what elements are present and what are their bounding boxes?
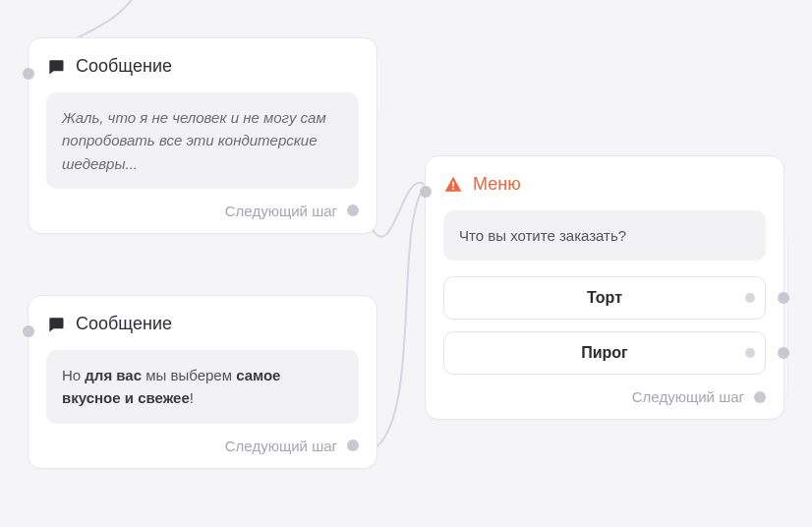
message-card-1[interactable]: Сообщение Жаль, что я не человек и не мо… <box>28 37 377 234</box>
next-step-label: Следующий шаг <box>632 388 744 405</box>
option-output-port[interactable] <box>778 347 789 359</box>
option-label: Пирог <box>581 344 628 361</box>
next-step-row[interactable]: Следующий шаг <box>46 203 359 219</box>
menu-card[interactable]: Меню Что вы хотите заказать? Торт Пирог … <box>425 155 784 420</box>
input-port[interactable] <box>420 186 432 198</box>
output-port[interactable] <box>347 439 359 451</box>
menu-options: Торт Пирог <box>443 276 766 375</box>
message-body: Но для вас мы выберем самое вкусное и св… <box>46 350 359 424</box>
option-label: Торт <box>587 289 622 306</box>
input-port[interactable] <box>23 325 34 337</box>
input-port[interactable] <box>23 68 34 80</box>
card-title: Сообщение <box>76 314 172 334</box>
menu-prompt: Что вы хотите заказать? <box>443 210 766 261</box>
svg-rect-0 <box>452 181 454 186</box>
next-step-label: Следующий шаг <box>225 203 337 219</box>
message-card-2[interactable]: Сообщение Но для вас мы выберем самое вк… <box>28 295 377 469</box>
menu-option-row: Пирог <box>443 331 766 375</box>
menu-option-pie[interactable]: Пирог <box>443 331 766 375</box>
card-header: Меню <box>443 174 766 195</box>
card-title: Меню <box>473 174 521 195</box>
text-fragment: мы выберем <box>142 367 236 383</box>
card-header: Сообщение <box>46 56 359 77</box>
menu-option-cake[interactable]: Торт <box>443 276 766 320</box>
menu-option-row: Торт <box>443 276 766 320</box>
svg-rect-1 <box>452 187 454 189</box>
output-port[interactable] <box>754 391 766 403</box>
card-header: Сообщение <box>46 314 359 334</box>
option-output-port[interactable] <box>778 292 789 304</box>
next-step-row[interactable]: Следующий шаг <box>443 388 766 405</box>
card-title: Сообщение <box>76 56 172 77</box>
output-port[interactable] <box>347 205 359 216</box>
option-inner-port[interactable] <box>745 348 755 358</box>
next-step-label: Следующий шаг <box>225 438 337 454</box>
message-icon <box>46 315 66 334</box>
next-step-row[interactable]: Следующий шаг <box>46 438 359 454</box>
text-fragment: Но <box>62 367 85 383</box>
message-icon <box>46 57 66 77</box>
text-bold: для вас <box>85 367 142 383</box>
option-inner-port[interactable] <box>745 293 755 303</box>
message-body: Жаль, что я не человек и не могу сам поп… <box>46 92 359 189</box>
warning-icon <box>443 175 463 195</box>
text-fragment: ! <box>190 389 194 406</box>
